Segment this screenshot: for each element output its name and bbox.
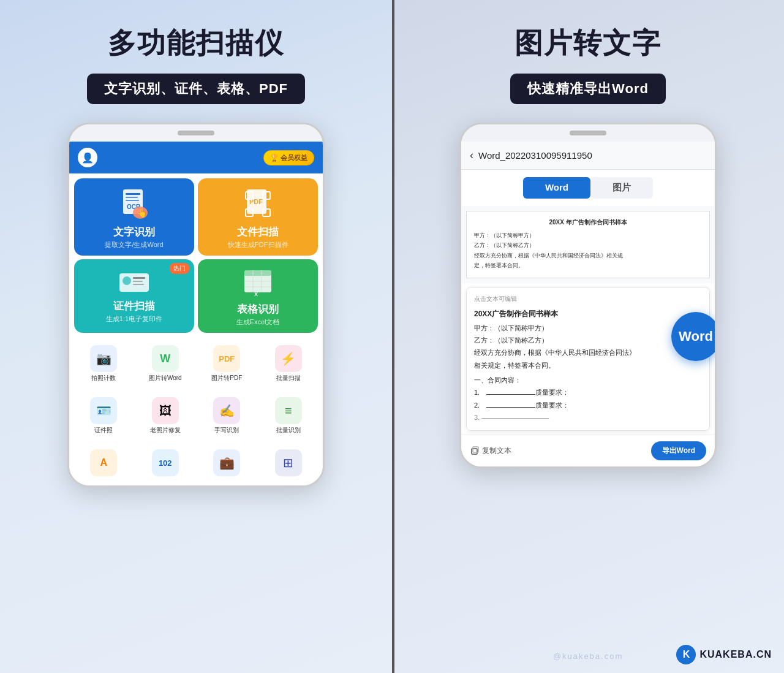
panel-divider [392,0,394,673]
left-phone-mockup: 👤 🏆 会员权益 OCR 👆 文字识别 提取文字/生成Word [67,123,325,487]
handwriting-label: 手写识别 [214,426,239,435]
edit-line-2: 乙方：（以下简称乙方） [474,334,702,346]
table-icon: X [242,268,274,298]
scan-card[interactable]: PDF 文件扫描 快速生成PDF扫描件 [198,178,318,256]
batch-scan-label: 批量扫描 [276,374,301,382]
right-panel: 图片转文字 快速精准导出Word ‹ Word_2022031009591195… [392,0,784,673]
word-tab-word[interactable]: Word [523,177,590,199]
icon-briefcase[interactable]: 💼 [197,446,257,482]
id-sub: 生成1:1电子复印件 [106,314,162,324]
word-doc-header: ‹ Word_20220310095911950 [461,142,715,170]
editable-content[interactable]: 20XX广告制作合同书样本 甲方：（以下简称甲方） 乙方：（以下简称乙方） 经双… [474,307,702,424]
svg-rect-15 [133,277,145,279]
icon-img-pdf[interactable]: PDF 图片转PDF [197,341,257,386]
bottom-icons-row3: A 102 💼 ⊞ [69,442,323,485]
app-header: 👤 🏆 会员权益 [69,142,323,173]
doc-page: 20XX 年广告制作合同书样本 甲方：（以下简称甲方） 乙方：（以下简称乙方） … [466,211,710,278]
ocr-icon: OCR 👆 [118,187,150,221]
id-icon [118,271,150,295]
svg-text:👆: 👆 [137,208,148,218]
table-card[interactable]: X 表格识别 生成Excel文档 [198,259,318,333]
doc-title: 20XX 年广告制作合同书样本 [474,218,702,227]
ocr-card[interactable]: OCR 👆 文字识别 提取文字/生成Word [74,178,194,256]
edit-line-4: 相关规定，特签署本合同。 [474,359,702,371]
id-card[interactable]: 热门 证件扫描 生成1:1电子复印件 [74,259,194,333]
svg-text:X: X [254,291,258,297]
watermark: @kuakeba.com [553,652,624,661]
icon-photo-restore[interactable]: 🖼 老照片修复 [136,394,195,438]
right-phone-mockup: ‹ Word_20220310095911950 Word 图片 20XX 年广… [459,123,717,468]
img-pdf-icon: PDF [213,345,240,372]
icon-handwriting[interactable]: ✍ 手写识别 [197,394,257,438]
id-title: 证件扫描 [113,299,155,313]
photo-count-icon: 📷 [90,345,117,372]
svg-rect-16 [133,281,143,282]
export-word-btn[interactable]: 导出Word [651,441,706,460]
icon-id-photo[interactable]: 🪪 证件照 [74,394,134,438]
img-word-label: 图片转Word [149,374,182,382]
icon-grid[interactable]: ⊞ [259,446,318,482]
edit-line-7: 2. 质量要求： [474,399,702,411]
icon-photo-count[interactable]: 📷 拍照计数 [74,341,134,386]
photo-count-label: 拍照计数 [91,374,116,382]
icon-translate[interactable]: A [74,446,134,482]
edit-line-3: 经双方充分协商，根据《中华人民共和国经济合同法》 [474,346,702,359]
left-subtitle: 文字识别、证件、表格、PDF [87,74,305,104]
icon-batch-ocr[interactable]: ≡ 批量识别 [259,394,318,438]
edit-line-5: 一、合同内容： [474,374,702,386]
svg-rect-2 [126,197,138,198]
kuakeba-badge: K KUAKEBA.CN [676,645,772,664]
ocr-title: 文字识别 [113,225,155,239]
img-word-icon: W [152,345,179,372]
img-pdf-label: 图片转PDF [211,374,242,382]
grid-icon: ⊞ [275,449,302,476]
left-title: 多功能扫描仪 [108,25,284,63]
avatar-icon: 👤 [78,148,97,167]
hot-badge: 热门 [170,263,189,274]
counter-icon: 102 [152,449,179,476]
photo-restore-label: 老照片修复 [150,426,181,435]
doc-line-2: 乙方：（以下简称乙方） [474,241,702,249]
id-photo-label: 证件照 [94,426,113,435]
bottom-icons-row2: 🪪 证件照 🖼 老照片修复 ✍ 手写识别 ≡ 批量识别 [69,390,323,442]
back-arrow-icon[interactable]: ‹ [470,149,473,162]
svg-rect-19 [244,270,271,276]
icon-img-word[interactable]: W 图片转Word [136,341,195,386]
batch-ocr-label: 批量识别 [276,426,301,435]
right-phone-notch [461,124,715,142]
bottom-icons-row1: 📷 拍照计数 W 图片转Word PDF 图片转PDF ⚡ 批量 [69,338,323,390]
translate-icon: A [90,449,117,476]
word-tabs: Word 图片 [461,170,715,206]
doc-line-1: 甲方：（以下简称甲方） [474,231,702,240]
right-notch-bar [570,131,606,135]
right-title: 图片转文字 [514,25,662,63]
editable-label: 点击文本可编辑 [474,294,702,305]
left-panel: 多功能扫描仪 文字识别、证件、表格、PDF 👤 🏆 会员权益 OCR [0,0,392,673]
table-title: 表格识别 [237,302,279,316]
icon-counter[interactable]: 102 [136,446,195,482]
edit-line-8: 3. —————————— [474,411,702,424]
vip-badge[interactable]: 🏆 会员权益 [263,150,314,165]
kuakeba-k-icon: K [676,645,696,664]
pdf-icon: PDF [242,187,274,221]
right-subtitle: 快速精准导出Word [510,74,666,104]
scan-sub: 快速生成PDF扫描件 [228,240,288,249]
icon-batch-scan[interactable]: ⚡ 批量扫描 [259,341,318,386]
svg-rect-1 [126,193,140,195]
briefcase-icon: 💼 [213,449,240,476]
kuakeba-text: KUAKEBA.CN [699,649,772,660]
doc-line-3: 经双方充分协商，根据《中华人民共和国经济合同法》相关规 [474,251,702,260]
svg-rect-3 [126,200,139,201]
svg-point-14 [123,276,131,285]
word-bubble: Word [671,312,717,361]
ocr-sub: 提取文字/生成Word [105,240,163,249]
copy-text-btn[interactable]: 复制文本 [470,446,511,456]
action-bar: 复制文本 导出Word [461,435,715,466]
word-tab-image[interactable]: 图片 [590,177,653,199]
id-photo-icon: 🪪 [90,397,117,424]
copy-icon [470,446,480,455]
editable-box[interactable]: 点击文本可编辑 20XX广告制作合同书样本 甲方：（以下简称甲方） 乙方：（以下… [466,287,710,431]
batch-ocr-icon: ≡ [275,397,302,424]
scan-title: 文件扫描 [237,225,279,239]
doc-preview: 20XX 年广告制作合同书样本 甲方：（以下简称甲方） 乙方：（以下简称乙方） … [461,206,715,283]
